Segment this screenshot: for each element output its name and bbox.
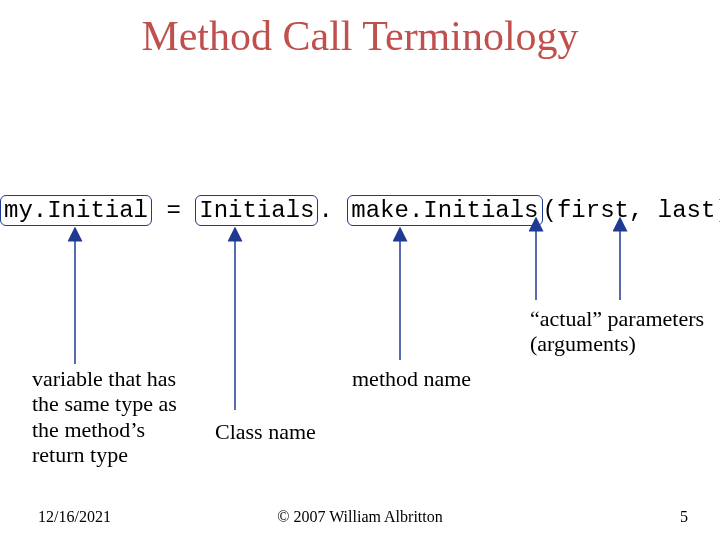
annot-actual-line1: “actual” parameters	[530, 306, 704, 331]
code-dot: .	[318, 197, 347, 224]
annotation-method-name: method name	[352, 366, 471, 391]
annot-var-line3: the method’s	[32, 417, 177, 442]
slide: Method Call Terminology my.Initial = Ini…	[0, 0, 720, 540]
annot-actual-line2: (arguments)	[530, 331, 704, 356]
annotation-variable: variable that has the same type as the m…	[32, 366, 177, 467]
slide-title: Method Call Terminology	[0, 12, 720, 60]
code-class-box: Initials	[195, 195, 318, 226]
annotation-actual-parameters: “actual” parameters (arguments)	[530, 306, 704, 357]
code-variable-box: my.Initial	[0, 195, 152, 226]
footer-page-number: 5	[680, 508, 688, 526]
annot-var-line1: variable that has	[32, 366, 177, 391]
annotation-class-name: Class name	[215, 419, 316, 444]
code-equals: =	[152, 197, 195, 224]
annot-var-line4: return type	[32, 442, 177, 467]
code-args: (first, last);	[543, 197, 720, 224]
footer-copyright: © 2007 William Albritton	[0, 508, 720, 526]
annot-var-line2: the same type as	[32, 391, 177, 416]
code-line: my.Initial = Initials. make.Initials(fir…	[0, 195, 720, 226]
code-method-box: make.Initials	[347, 195, 542, 226]
